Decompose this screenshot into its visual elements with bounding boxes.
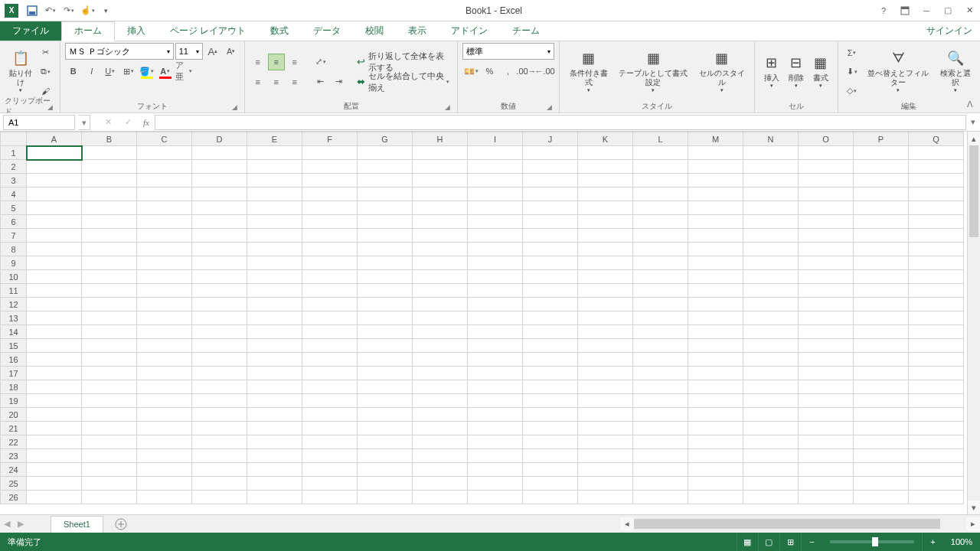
cell-G1[interactable] <box>358 146 413 160</box>
cell-D19[interactable] <box>192 394 247 408</box>
cell-F25[interactable] <box>302 477 358 491</box>
cell-Q14[interactable] <box>909 325 964 339</box>
align-left-icon[interactable]: ≡ <box>250 73 266 90</box>
row-header-9[interactable]: 9 <box>1 256 27 270</box>
redo-icon[interactable]: ↷ <box>61 3 77 18</box>
cell-H1[interactable] <box>413 146 468 160</box>
cell-L25[interactable] <box>633 477 688 491</box>
cell-Q23[interactable] <box>909 449 964 463</box>
tab-pagelayout[interactable]: ページ レイアウト <box>158 21 258 41</box>
sheet-tab-1[interactable]: Sheet1 <box>51 516 103 533</box>
border-button[interactable]: ⊞ <box>120 63 137 80</box>
cell-N1[interactable] <box>743 146 799 160</box>
cell-C25[interactable] <box>137 477 192 491</box>
cell-O1[interactable] <box>799 146 854 160</box>
cell-I3[interactable] <box>468 174 523 187</box>
cell-P16[interactable] <box>854 353 909 367</box>
cell-G16[interactable] <box>358 353 413 367</box>
cell-A1[interactable] <box>27 146 82 160</box>
cell-M15[interactable] <box>688 339 743 353</box>
cell-L1[interactable] <box>633 146 688 160</box>
cell-G20[interactable] <box>358 408 413 422</box>
cell-O17[interactable] <box>799 367 854 380</box>
cell-P18[interactable] <box>854 380 909 394</box>
cell-N9[interactable] <box>743 256 799 270</box>
col-header-C[interactable]: C <box>137 132 192 146</box>
fx-icon[interactable]: fx <box>138 118 155 127</box>
cell-N22[interactable] <box>743 435 799 449</box>
clipboard-launcher-icon[interactable]: ◢ <box>47 103 57 112</box>
cell-B9[interactable] <box>82 256 137 270</box>
fill-icon[interactable]: ⬇ <box>844 64 861 80</box>
percent-format-icon[interactable]: % <box>481 63 498 80</box>
cell-B20[interactable] <box>82 408 137 422</box>
cell-B17[interactable] <box>82 367 137 380</box>
cell-B15[interactable] <box>82 339 137 353</box>
cell-M13[interactable] <box>688 311 743 325</box>
cell-I8[interactable] <box>468 243 523 256</box>
cell-C14[interactable] <box>137 325 192 339</box>
font-size-combo[interactable]: 11▾ <box>175 43 203 60</box>
cell-P11[interactable] <box>854 284 909 298</box>
cell-K7[interactable] <box>578 229 633 243</box>
cell-H10[interactable] <box>413 270 468 284</box>
cell-E16[interactable] <box>247 353 302 367</box>
decrease-decimal-icon[interactable]: ←.00 <box>536 63 553 80</box>
cell-M17[interactable] <box>688 367 743 380</box>
cell-N19[interactable] <box>743 394 799 408</box>
cell-B24[interactable] <box>82 463 137 477</box>
cell-L9[interactable] <box>633 256 688 270</box>
cell-Q21[interactable] <box>909 422 964 435</box>
row-header-21[interactable]: 21 <box>1 422 27 435</box>
view-pagebreak-icon[interactable]: ⊞ <box>779 533 801 551</box>
cell-N16[interactable] <box>743 353 799 367</box>
cell-D17[interactable] <box>192 367 247 380</box>
sheet-nav-prev-icon[interactable]: ◀ <box>0 517 14 532</box>
delete-cells-button[interactable]: ⊟削除▾ <box>784 44 808 100</box>
cell-H19[interactable] <box>413 394 468 408</box>
row-header-19[interactable]: 19 <box>1 394 27 408</box>
col-header-Q[interactable]: Q <box>909 132 964 146</box>
cell-O12[interactable] <box>799 298 854 311</box>
formula-input[interactable] <box>155 115 966 130</box>
cell-P8[interactable] <box>854 243 909 256</box>
row-header-3[interactable]: 3 <box>1 174 27 187</box>
cell-O21[interactable] <box>799 422 854 435</box>
cell-O11[interactable] <box>799 284 854 298</box>
scroll-up-icon[interactable]: ▴ <box>968 132 980 145</box>
row-header-14[interactable]: 14 <box>1 325 27 339</box>
col-header-P[interactable]: P <box>854 132 909 146</box>
cell-E5[interactable] <box>247 201 302 215</box>
find-select-button[interactable]: 🔍検索と選択▾ <box>936 44 976 100</box>
cell-J22[interactable] <box>523 435 578 449</box>
cell-F13[interactable] <box>302 311 358 325</box>
cell-B7[interactable] <box>82 229 137 243</box>
cell-E2[interactable] <box>247 160 302 174</box>
cell-N20[interactable] <box>743 408 799 422</box>
horizontal-scrollbar[interactable]: ◂ ▸ <box>620 517 980 530</box>
copy-icon[interactable]: ⧉ <box>38 64 54 80</box>
view-pagelayout-icon[interactable]: ▢ <box>758 533 779 551</box>
cell-P21[interactable] <box>854 422 909 435</box>
cell-J15[interactable] <box>523 339 578 353</box>
cell-K26[interactable] <box>578 491 633 504</box>
cell-E20[interactable] <box>247 408 302 422</box>
cell-A11[interactable] <box>27 284 82 298</box>
cell-G25[interactable] <box>358 477 413 491</box>
cell-C3[interactable] <box>137 174 192 187</box>
cell-H5[interactable] <box>413 201 468 215</box>
tab-home[interactable]: ホーム <box>61 21 115 41</box>
cell-N15[interactable] <box>743 339 799 353</box>
cell-M25[interactable] <box>688 477 743 491</box>
cell-I6[interactable] <box>468 215 523 229</box>
row-header-20[interactable]: 20 <box>1 408 27 422</box>
cell-H3[interactable] <box>413 174 468 187</box>
save-icon[interactable] <box>24 3 40 18</box>
fill-color-button[interactable]: 🪣 <box>139 63 155 80</box>
cell-J11[interactable] <box>523 284 578 298</box>
cell-B23[interactable] <box>82 449 137 463</box>
cell-J3[interactable] <box>523 174 578 187</box>
cell-D8[interactable] <box>192 243 247 256</box>
cell-K2[interactable] <box>578 160 633 174</box>
cell-C15[interactable] <box>137 339 192 353</box>
